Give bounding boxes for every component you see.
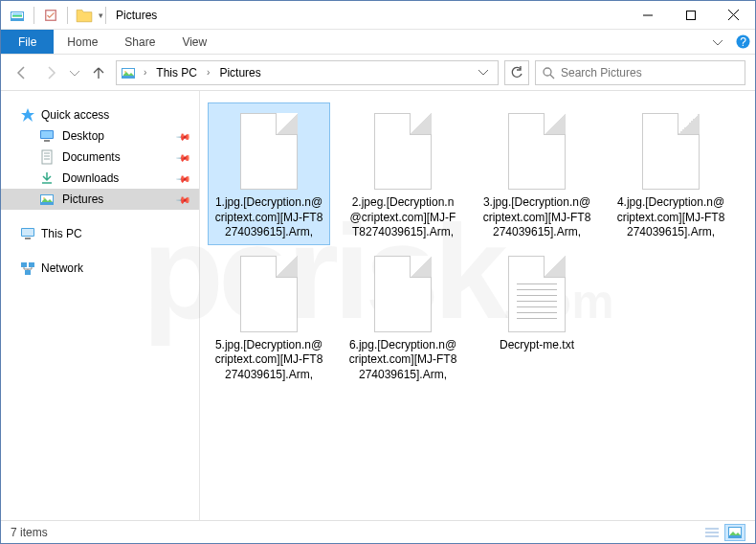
breadcrumb[interactable]: › This PC › Pictures (116, 60, 499, 85)
pin-icon: 📌 (176, 149, 191, 165)
titlebar: ▾ Pictures (1, 1, 755, 30)
file-thumbnail (231, 250, 307, 334)
file-item[interactable]: 3.jpg.[Decryption.n@criptext.com][MJ-FT8… (476, 102, 598, 245)
sidebar-label: This PC (41, 227, 82, 240)
svg-rect-18 (44, 140, 50, 142)
file-item[interactable]: 4.jpg.[Decryption.n@criptext.com][MJ-FT8… (610, 102, 732, 245)
file-pane[interactable]: 1.jpg.[Decryption.n@criptext.com][MJ-FT8… (200, 91, 755, 520)
status-bar: 7 items (1, 520, 755, 543)
help-icon[interactable]: ? (730, 30, 755, 54)
svg-rect-29 (25, 238, 31, 239)
sidebar-item-label: Documents (62, 150, 121, 164)
svg-rect-32 (25, 270, 31, 275)
sidebar-item-label: Pictures (62, 193, 103, 206)
pictures-icon (121, 65, 136, 80)
computer-icon (20, 226, 35, 241)
tab-home[interactable]: Home (54, 30, 111, 54)
sidebar-item-documents[interactable]: Documents📌 (1, 147, 199, 168)
back-button[interactable] (11, 61, 33, 84)
forward-button[interactable] (39, 61, 62, 84)
network-icon (20, 261, 35, 276)
sidebar-item-pictures[interactable]: Pictures📌 (1, 189, 199, 210)
file-name: 2.jpeg.[Decryption.n@criptext.com][MJ-FT… (346, 195, 459, 240)
file-thumbnail (365, 107, 441, 192)
svg-point-14 (544, 68, 551, 76)
sidebar-this-pc[interactable]: This PC (1, 223, 199, 244)
app-icon (9, 7, 26, 24)
maximize-button[interactable] (669, 1, 712, 30)
crumb-this-pc[interactable]: This PC (154, 66, 199, 79)
file-item[interactable]: 6.jpg.[Decryption.n@criptext.com][MJ-FT8… (342, 245, 464, 388)
svg-rect-2 (12, 13, 22, 15)
desktop-icon (39, 128, 55, 144)
sidebar-item-label: Desktop (62, 129, 104, 143)
documents-icon (39, 149, 55, 165)
crumb-pictures[interactable]: Pictures (217, 66, 262, 79)
file-item[interactable]: Decrypt-me.txt (476, 245, 598, 388)
file-thumbnail (633, 107, 709, 192)
tab-view[interactable]: View (168, 30, 220, 54)
svg-rect-6 (686, 11, 695, 19)
svg-rect-31 (29, 262, 34, 267)
close-button[interactable] (712, 1, 755, 30)
file-name: 5.jpg.[Decryption.n@criptext.com][MJ-FT8… (212, 338, 325, 383)
svg-rect-30 (21, 262, 27, 267)
details-view-button[interactable] (701, 524, 723, 541)
pin-icon: 📌 (176, 192, 191, 207)
sidebar-item-downloads[interactable]: Downloads📌 (1, 168, 199, 189)
qat-properties-icon[interactable] (42, 7, 59, 24)
search-box[interactable] (535, 60, 745, 85)
sidebar-item-label: Downloads (62, 171, 119, 185)
file-thumbnail (499, 107, 575, 192)
recent-dropdown-icon[interactable] (68, 61, 81, 84)
file-name: Decrypt-me.txt (500, 338, 574, 353)
file-tab[interactable]: File (1, 30, 54, 54)
file-name: 4.jpg.[Decryption.n@criptext.com][MJ-FT8… (614, 195, 727, 240)
qat-dropdown-icon[interactable]: ▾ (99, 11, 103, 20)
ribbon: File Home Share View ? (1, 30, 755, 55)
downloads-icon (39, 170, 55, 186)
pin-icon: 📌 (176, 170, 191, 186)
file-item[interactable]: 2.jpeg.[Decryption.n@criptext.com][MJ-FT… (342, 102, 464, 245)
ribbon-expand-icon[interactable] (705, 30, 730, 54)
svg-rect-17 (41, 131, 53, 138)
file-item[interactable]: 1.jpg.[Decryption.n@criptext.com][MJ-FT8… (208, 102, 330, 245)
up-button[interactable] (87, 61, 110, 84)
address-bar: › This PC › Pictures (1, 55, 755, 91)
pin-icon: 📌 (176, 128, 191, 144)
search-input[interactable] (561, 66, 739, 79)
pictures-icon (39, 192, 55, 207)
minimize-button[interactable] (626, 1, 669, 30)
chevron-right-icon[interactable]: › (140, 67, 150, 78)
search-icon (542, 66, 555, 79)
thumbnails-view-button[interactable] (724, 524, 745, 541)
sidebar-item-desktop[interactable]: Desktop📌 (1, 125, 199, 147)
sidebar-label: Network (41, 261, 83, 275)
svg-rect-28 (22, 229, 33, 236)
file-name: 1.jpg.[Decryption.n@criptext.com][MJ-FT8… (212, 195, 325, 240)
file-thumbnail (231, 107, 307, 192)
sidebar-network[interactable]: Network (1, 258, 199, 279)
svg-text:?: ? (740, 35, 746, 49)
chevron-right-icon[interactable]: › (203, 67, 213, 78)
folder-icon (76, 7, 93, 24)
file-name: 6.jpg.[Decryption.n@criptext.com][MJ-FT8… (346, 338, 459, 383)
sidebar-label: Quick access (41, 108, 109, 122)
file-thumbnail (499, 250, 575, 334)
star-icon (20, 107, 35, 123)
file-name: 3.jpg.[Decryption.n@criptext.com][MJ-FT8… (480, 195, 593, 240)
svg-rect-19 (42, 150, 52, 164)
svg-rect-3 (12, 15, 22, 17)
window-title: Pictures (116, 9, 157, 22)
tab-share[interactable]: Share (111, 30, 168, 54)
sidebar: Quick access Desktop📌Documents📌Downloads… (1, 91, 200, 520)
svg-line-15 (550, 75, 554, 79)
file-thumbnail (365, 250, 441, 334)
refresh-button[interactable] (504, 60, 529, 85)
item-count: 7 items (11, 526, 48, 539)
file-item[interactable]: 5.jpg.[Decryption.n@criptext.com][MJ-FT8… (208, 245, 330, 388)
address-dropdown-icon[interactable] (473, 66, 494, 79)
sidebar-quick-access[interactable]: Quick access (1, 104, 199, 125)
